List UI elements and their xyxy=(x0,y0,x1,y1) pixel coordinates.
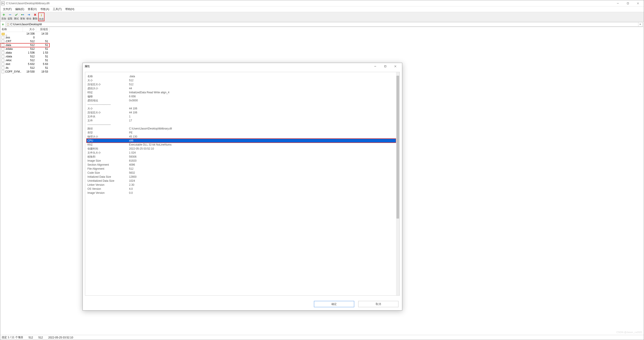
toolbar-提取-button[interactable]: 提取 xyxy=(7,12,13,20)
property-row[interactable]: 校验和59306 xyxy=(86,155,396,159)
x-icon xyxy=(33,13,37,16)
property-row[interactable]: 压缩后大小512 xyxy=(86,82,396,86)
minimize-button[interactable] xyxy=(613,1,623,6)
property-row[interactable]: 大小512 xyxy=(86,78,396,82)
file-packed: 5 63 xyxy=(36,62,50,66)
table-row[interactable]: .reloc51251 xyxy=(0,58,50,62)
property-row[interactable]: 文件头大小1 024 xyxy=(86,151,396,155)
menu-item[interactable]: 查看(V) xyxy=(26,7,38,12)
property-value: 512 xyxy=(129,167,396,170)
menu-item[interactable]: 帮助(H) xyxy=(64,7,76,12)
property-label: Uninitialized Data Size xyxy=(86,179,129,182)
file-name: _ xyxy=(6,32,7,35)
table-row[interactable]: .tls51251 xyxy=(0,66,50,70)
toolbar-删除-button[interactable]: 删除 xyxy=(32,12,38,20)
menu-item[interactable]: 书签(A) xyxy=(38,7,51,12)
cancel-button[interactable]: 取消 xyxy=(358,301,398,307)
property-row[interactable]: 创建时间2022-05-25 03:52:10 xyxy=(86,147,396,151)
property-label: 文件夹 xyxy=(86,115,129,119)
property-row[interactable]: Code Size5632 xyxy=(86,171,396,175)
property-row[interactable]: 文件夹1 xyxy=(86,115,396,119)
property-row[interactable]: Uninitialized Data Size1024 xyxy=(86,179,396,183)
table-row[interactable]: .text5 6325 63 xyxy=(0,62,50,66)
property-separator: -------------------------- xyxy=(86,123,396,127)
check-icon xyxy=(14,13,18,16)
column-header-packed[interactable]: 压缩后 xyxy=(36,27,50,32)
file-name: .idata xyxy=(5,51,12,54)
close-button[interactable] xyxy=(633,1,643,6)
property-row[interactable]: 类型PE xyxy=(86,131,396,135)
window-controls xyxy=(613,1,643,6)
column-header-size[interactable]: 大小 xyxy=(22,27,36,32)
property-row[interactable]: 虚拟大小44 xyxy=(86,86,396,90)
property-row[interactable]: Linker Version2.30 xyxy=(86,183,396,187)
table-row[interactable]: .data51251 xyxy=(0,43,50,47)
property-row[interactable]: 虚拟地址0x3000 xyxy=(86,98,396,102)
plus-icon xyxy=(2,13,6,16)
property-value: 1 024 xyxy=(129,151,396,154)
file-icon xyxy=(2,59,4,62)
property-row[interactable]: Section Alignment4096 xyxy=(86,163,396,167)
path-dropdown-button[interactable] xyxy=(638,22,642,26)
file-packed: 51 xyxy=(36,47,50,51)
property-row[interactable]: 大小44 106 xyxy=(86,107,396,111)
ok-button[interactable]: 确定 xyxy=(314,301,354,307)
property-label: CPU xyxy=(86,139,129,142)
pathbar: C:\Users\Jason\Desktop\lil xyxy=(0,22,644,27)
table-row[interactable]: .rdata51251 xyxy=(0,55,50,58)
path-input[interactable]: C:\Users\Jason\Desktop\lil xyxy=(6,22,643,26)
property-row[interactable]: CPUx86 xyxy=(86,139,396,143)
dialog-close-button[interactable] xyxy=(390,63,400,69)
file-packed xyxy=(36,36,50,39)
file-name: .text xyxy=(5,62,10,66)
property-row[interactable]: 特征InitializedData Read Write align_4 xyxy=(86,90,396,94)
menu-item[interactable]: 编辑(E) xyxy=(14,7,26,12)
dialog-minimize-button[interactable] xyxy=(370,63,380,69)
property-row[interactable]: File Alignment512 xyxy=(86,167,396,171)
property-row[interactable]: OS Version4.0 xyxy=(86,187,396,191)
toolbar-移动-button[interactable]: 移动 xyxy=(26,12,32,20)
property-row[interactable]: 偏移6 656 xyxy=(86,94,396,98)
property-label: 压缩后大小 xyxy=(86,111,129,115)
property-row[interactable]: Image Version0.0 xyxy=(86,191,396,195)
property-row[interactable]: 路径C:\Users\Jason\Desktop\liblibrary.dll xyxy=(86,127,396,131)
property-label: 校验和 xyxy=(86,155,129,159)
property-row[interactable]: 特征Executable DLL 32-bit NoLineNums xyxy=(86,143,396,147)
toolbar-测试-button[interactable]: 测试 xyxy=(13,12,20,20)
property-value: 44 106 xyxy=(129,111,396,114)
table-row[interactable]: _14 33614 33 xyxy=(0,32,50,36)
svg-rect-1 xyxy=(627,2,628,4)
up-button[interactable] xyxy=(1,22,5,26)
table-row[interactable]: .edata51251 xyxy=(0,47,50,51)
menu-item[interactable]: 工具(T) xyxy=(51,7,63,12)
table-row[interactable]: COFF_SYM..19 53019 53 xyxy=(0,70,50,74)
property-row[interactable]: Image Size81920 xyxy=(86,159,396,163)
property-row[interactable]: 文件17 xyxy=(86,119,396,123)
scrollbar[interactable] xyxy=(396,72,400,295)
dialog-maximize-button[interactable] xyxy=(380,63,390,69)
table-row[interactable]: .CRT51251 xyxy=(0,39,50,43)
property-value: 0x3000 xyxy=(129,99,396,102)
toolbar-复制-button[interactable]: 复制 xyxy=(20,12,26,20)
property-row[interactable]: 压缩后大小44 106 xyxy=(86,111,396,115)
property-value: 4096 xyxy=(129,163,396,166)
property-value: 44 106 xyxy=(129,107,396,110)
statusbar: 选定 1 / 11 个项目 512 512 2022-05-25 03:52:1… xyxy=(0,335,644,340)
maximize-button[interactable] xyxy=(623,1,633,6)
status-date: 2022-05-25 03:52:10 xyxy=(48,336,73,339)
file-icon xyxy=(2,70,4,73)
property-row[interactable]: Initialized Data Size12800 xyxy=(86,175,396,179)
status-size: 512 xyxy=(28,336,33,339)
property-row[interactable]: 物理大小45 130 xyxy=(86,135,396,139)
watermark: CSDN @Jason_cs2021 xyxy=(616,331,642,334)
table-row[interactable]: .idata1 5361 53 xyxy=(0,51,50,55)
property-label: 创建时间 xyxy=(86,147,129,151)
property-label: Linker Version xyxy=(86,183,129,186)
toolbar-添加-button[interactable]: 添加 xyxy=(1,12,7,20)
property-row[interactable]: 名称.data xyxy=(86,74,396,78)
toolbar-信息-button[interactable]: 信息 xyxy=(38,12,44,21)
menu-item[interactable]: 文件(F) xyxy=(1,7,14,12)
table-row[interactable]: .bss0 xyxy=(0,36,50,39)
scrollbar-thumb[interactable] xyxy=(396,76,399,219)
column-header-name[interactable]: 名称 xyxy=(0,27,22,32)
